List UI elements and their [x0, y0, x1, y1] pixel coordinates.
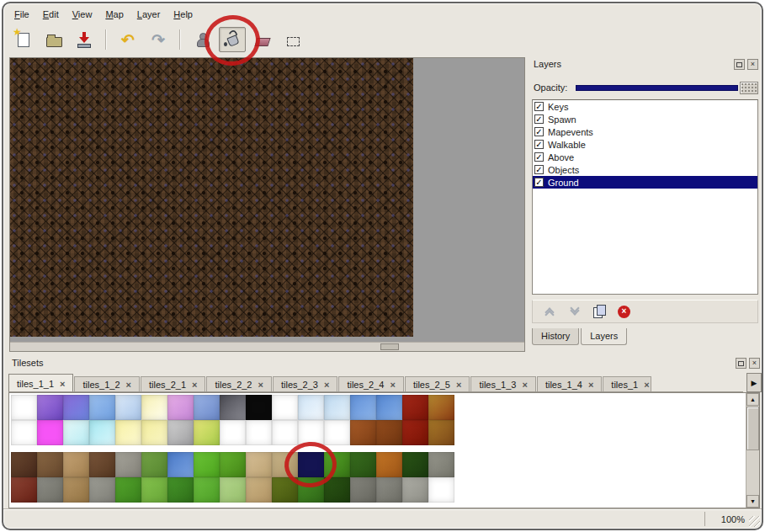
- eraser-tool-button[interactable]: [249, 27, 276, 52]
- palette-tile[interactable]: [350, 452, 376, 477]
- palette-tile[interactable]: [298, 477, 324, 503]
- palette-tile[interactable]: [89, 420, 115, 445]
- scrollbar-thumb[interactable]: [380, 343, 399, 350]
- palette-tile[interactable]: [376, 395, 402, 420]
- tileset-tab-tiles_1_4[interactable]: tiles_1_4×: [537, 376, 602, 391]
- scrollbar-thumb[interactable]: [746, 407, 759, 450]
- palette-tile[interactable]: [115, 477, 141, 503]
- palette-tile[interactable]: [246, 452, 272, 477]
- palette-tile[interactable]: [89, 477, 115, 503]
- layer-row-mapevents[interactable]: ✓Mapevents: [533, 125, 757, 138]
- layer-visibility-checkbox[interactable]: ✓: [534, 127, 544, 136]
- palette-tile[interactable]: [350, 477, 376, 503]
- opacity-slider-thumb[interactable]: [740, 82, 758, 94]
- panel-close-button[interactable]: ×: [749, 358, 760, 369]
- palette-tile[interactable]: [220, 395, 246, 420]
- palette-tile[interactable]: [324, 452, 350, 477]
- palette-tile[interactable]: [246, 395, 272, 420]
- tab-close-icon[interactable]: ×: [324, 380, 329, 390]
- layer-visibility-checkbox[interactable]: ✓: [534, 165, 544, 174]
- panel-float-button[interactable]: [736, 358, 746, 369]
- duplicate-layer-button[interactable]: [593, 305, 606, 318]
- tab-close-icon[interactable]: ×: [522, 380, 527, 390]
- palette-tile[interactable]: [402, 477, 428, 503]
- palette-tile[interactable]: [141, 420, 167, 445]
- palette-tile[interactable]: [376, 420, 402, 445]
- tab-close-icon[interactable]: ×: [126, 380, 131, 390]
- tileset-tab-tiles_1_1[interactable]: tiles_1_1×: [8, 374, 73, 392]
- tab-close-icon[interactable]: ×: [60, 379, 65, 389]
- layer-visibility-checkbox[interactable]: ✓: [534, 152, 544, 162]
- palette-tile[interactable]: [167, 395, 194, 420]
- palette-tile[interactable]: [220, 452, 246, 477]
- layer-visibility-checkbox[interactable]: ✓: [534, 178, 544, 187]
- palette-tile[interactable]: [167, 452, 194, 477]
- tileset-tab-tiles_2_4[interactable]: tiles_2_4×: [338, 376, 403, 391]
- tab-close-icon[interactable]: ×: [588, 380, 593, 390]
- redo-button[interactable]: ↷: [145, 27, 172, 52]
- tab-close-icon[interactable]: ×: [644, 380, 649, 390]
- tileset-tab-tiles_2_5[interactable]: tiles_2_5×: [405, 376, 470, 391]
- palette-tile[interactable]: [63, 477, 89, 503]
- tab-layers[interactable]: Layers: [581, 328, 627, 345]
- palette-tile[interactable]: [141, 477, 167, 503]
- panel-close-button[interactable]: ×: [747, 59, 758, 70]
- opacity-slider-track[interactable]: [576, 85, 738, 91]
- scroll-up-button[interactable]: ▲: [746, 393, 759, 406]
- tab-close-icon[interactable]: ×: [390, 380, 395, 390]
- palette-tile[interactable]: [37, 395, 63, 420]
- palette-tile[interactable]: [376, 452, 402, 477]
- menu-help[interactable]: Help: [167, 8, 199, 21]
- palette-tile[interactable]: [272, 395, 298, 420]
- palette-tile[interactable]: [194, 452, 220, 477]
- palette-tile[interactable]: [272, 477, 298, 503]
- tab-close-icon[interactable]: ×: [192, 380, 197, 390]
- palette-tile[interactable]: [428, 477, 454, 503]
- palette-tile[interactable]: [376, 477, 402, 503]
- palette-tile[interactable]: [141, 395, 167, 420]
- undo-button[interactable]: ↶: [114, 27, 141, 52]
- palette-tile[interactable]: [324, 420, 350, 445]
- palette-tile[interactable]: [194, 395, 220, 420]
- palette-tile[interactable]: [167, 420, 194, 445]
- palette-tile[interactable]: [89, 452, 115, 477]
- tileset-tab-tiles_2_1[interactable]: tiles_2_1×: [141, 376, 205, 391]
- tab-history[interactable]: History: [532, 328, 579, 345]
- layer-row-ground[interactable]: ✓Ground: [533, 176, 757, 189]
- layer-visibility-checkbox[interactable]: ✓: [534, 102, 544, 111]
- palette-tile[interactable]: [350, 420, 376, 445]
- palette-tile[interactable]: [89, 395, 115, 420]
- layer-visibility-checkbox[interactable]: ✓: [534, 114, 544, 124]
- layer-row-keys[interactable]: ✓Keys: [533, 100, 757, 113]
- scroll-down-button[interactable]: ▼: [746, 495, 759, 508]
- tileset-tab-tiles_1[interactable]: tiles_1×: [603, 376, 651, 391]
- move-layer-up-button[interactable]: [543, 309, 556, 314]
- tab-scroll-right-button[interactable]: ▶: [746, 373, 762, 392]
- palette-tile[interactable]: [428, 452, 454, 477]
- map-horizontal-scrollbar[interactable]: [10, 342, 524, 351]
- palette-tile[interactable]: [11, 420, 37, 445]
- palette-tile[interactable]: [220, 477, 246, 503]
- palette-tile[interactable]: [194, 420, 220, 445]
- new-map-button[interactable]: ★: [10, 27, 37, 52]
- map-canvas[interactable]: [10, 58, 413, 337]
- layer-row-above[interactable]: ✓Above: [533, 151, 757, 163]
- fill-bucket-tool-button[interactable]: [219, 27, 246, 52]
- palette-tile[interactable]: [115, 452, 141, 477]
- palette-tile[interactable]: [11, 395, 37, 420]
- palette-tile[interactable]: [63, 395, 89, 420]
- palette-tile[interactable]: [115, 420, 141, 445]
- tileset-tab-tiles_2_2[interactable]: tiles_2_2×: [206, 376, 271, 391]
- palette-tile[interactable]: [115, 395, 141, 420]
- palette-tile[interactable]: [11, 452, 37, 477]
- palette-tile[interactable]: [11, 477, 37, 503]
- palette-tile[interactable]: [220, 420, 246, 445]
- layer-visibility-checkbox[interactable]: ✓: [534, 140, 544, 149]
- resize-grip[interactable]: [749, 516, 760, 527]
- tileset-tab-tiles_1_3[interactable]: tiles_1_3×: [470, 376, 535, 391]
- select-tool-button[interactable]: [279, 27, 306, 52]
- palette-vertical-scrollbar[interactable]: ▲ ▼: [746, 393, 759, 508]
- move-layer-down-button[interactable]: [568, 309, 582, 314]
- palette-tile[interactable]: [37, 452, 63, 477]
- layer-row-spawn[interactable]: ✓Spawn: [533, 113, 757, 125]
